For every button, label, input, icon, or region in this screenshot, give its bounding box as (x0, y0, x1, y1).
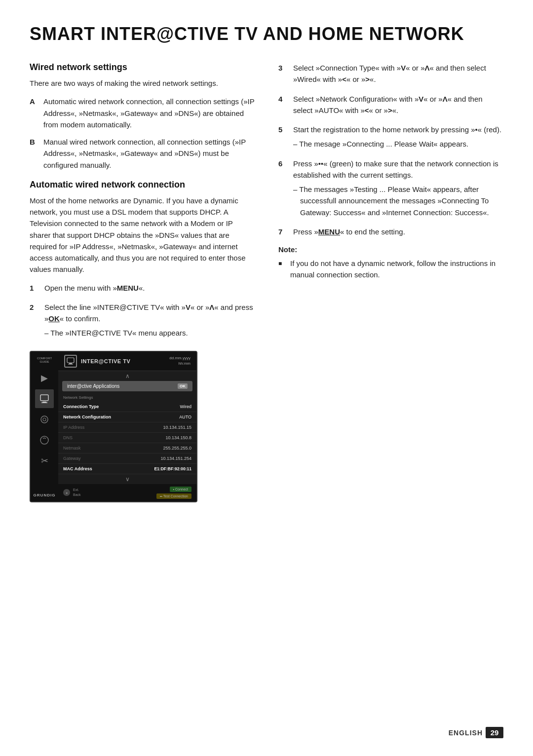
tv-ok-badge: OK (178, 383, 188, 389)
step-5-text: Start the registration to the home netwo… (293, 125, 501, 134)
tv-row-ip: IP Address 10.134.151.15 (58, 422, 196, 433)
tv-row-value-network-config: AUTO (179, 415, 191, 419)
tv-logo-text: INTER@CTIVE TV (81, 358, 130, 364)
right-column: 3 Select »Connection Type« with »V« or »… (278, 62, 503, 502)
list-item-a: A Automatic wired network connection, al… (30, 96, 255, 130)
tv-row-value-ip: 10.134.151.15 (163, 425, 191, 430)
step-2-content: Select the line »INTER@CTIVE TV« with »V… (44, 302, 255, 339)
step-6: 6 Press »••« (green) to make sure that t… (278, 158, 503, 218)
note-bullet-icon: ■ (278, 259, 285, 281)
tv-row-label-ip: IP Address (63, 425, 84, 430)
svg-point-3 (41, 416, 48, 423)
auto-wired-heading: Automatic wired network connection (30, 180, 255, 190)
tv-row-value-dns: 10.134.150.8 (165, 435, 191, 440)
tv-header-time: dd.mm.yyyy hh:mm (169, 356, 190, 366)
step-3-text: Select »Connection Type« with »V« or »Λ«… (293, 64, 486, 83)
step-4-content: Select »Network Configuration« with »V« … (293, 93, 503, 116)
step-4: 4 Select »Network Configuration« with »V… (278, 93, 503, 116)
tv-main-content: INTER@CTIVE TV dd.mm.yyyy hh:mm ∧ inter@… (58, 352, 196, 501)
tv-footer-labels: Ext. Back (73, 488, 81, 497)
tv-footer-left: ● Ext. Back (63, 488, 81, 497)
note-text-1: If you do not have a dynamic network, fo… (290, 258, 503, 281)
tv-row-gateway: Gateway 10.134.151.254 (58, 454, 196, 464)
alpha-list: A Automatic wired network connection, al… (30, 96, 255, 171)
tv-header: INTER@CTIVE TV dd.mm.yyyy hh:mm (58, 352, 196, 371)
svg-rect-6 (67, 358, 74, 363)
tv-footer-ext: Ext. (73, 488, 81, 492)
step-1-num: 1 (30, 282, 38, 294)
step-6-sub-1: – The messages »Testing ... Please Wait«… (293, 184, 503, 218)
note-section: Note: ■ If you do not have a dynamic net… (278, 245, 503, 281)
tv-row-label-network-config: Network Configuration (63, 415, 111, 419)
tv-header-logo: INTER@CTIVE TV (64, 355, 130, 368)
alpha-label-a: A (30, 96, 38, 130)
brand-label: GRUNDIG (31, 493, 58, 497)
tv-circle-icon: ● (63, 489, 70, 496)
tv-highlighted-menu-item[interactable]: inter@ctive Applications OK (62, 381, 192, 391)
alpha-label-b: B (30, 136, 38, 171)
tv-row-label-gateway: Gateway (63, 456, 81, 461)
tv-sidebar-icon-0: ▶ (35, 369, 54, 387)
wired-intro-text: There are two ways of making the wired n… (30, 77, 255, 89)
tv-footer-buttons: • Connect •• Test Connection (156, 487, 191, 499)
tv-row-label-mac: MAC Address (63, 466, 92, 471)
step-6-sub: – The messages »Testing ... Please Wait«… (293, 184, 503, 218)
page-title: SMART INTER@CTIVE TV AND HOME NETWORK (30, 24, 503, 44)
tv-menu-item-text: inter@ctive Applications (67, 383, 119, 389)
step-1-content: Open the menu with »MENU«. (44, 282, 255, 294)
tv-date: dd.mm.yyyy (169, 356, 190, 361)
tv-row-value-netmask: 255.255.255.0 (163, 446, 191, 451)
tv-row-label-connection-type: Connection Type (63, 404, 99, 409)
note-heading: Note: (278, 245, 503, 254)
tv-footer: ● Ext. Back • Connect •• Test Connection (58, 484, 196, 501)
alpha-text-a: Automatic wired network connection, all … (43, 96, 255, 130)
step-5: 5 Start the registration to the home net… (278, 124, 503, 150)
tv-ui-mockup: COMFORTGUIDE ▶ (30, 351, 197, 502)
step-7: 7 Press »MENU« to end the setting. (278, 226, 503, 237)
step-2-text: Select the line »INTER@CTIVE TV« with »V… (44, 303, 253, 323)
note-item-1: ■ If you do not have a dynamic network, … (278, 258, 503, 281)
tv-row-network-config[interactable]: Network Configuration AUTO (58, 412, 196, 422)
tv-time: hh:mm (169, 361, 190, 366)
step-5-sub-1: – The mesage »Connecting ... Please Wait… (293, 138, 503, 150)
svg-point-5 (40, 436, 48, 444)
step-2-sub: – The »INTER@CTIVE TV« menu appears. (44, 327, 255, 339)
tv-footer-back: Back (73, 492, 81, 497)
step-4-num: 4 (278, 93, 286, 116)
tv-row-connection-type[interactable]: Connection Type Wired (58, 402, 196, 412)
tv-btn-connect[interactable]: • Connect (170, 487, 191, 492)
tv-sidebar-icon-1 (35, 389, 54, 408)
tv-sidebar-icon-3 (35, 431, 54, 450)
page-footer: ENGLISH 29 (449, 727, 503, 738)
tv-chevron-up: ∧ (58, 371, 196, 381)
footer-page-number: 29 (486, 727, 503, 738)
tv-row-value-gateway: 10.134.151.254 (160, 456, 191, 461)
tv-row-mac: MAC Address E1:DF:BF:92:00:11 (58, 464, 196, 474)
tv-row-value-connection-type: Wired (180, 404, 191, 409)
step-5-sub: – The mesage »Connecting ... Please Wait… (293, 138, 503, 150)
step-7-num: 7 (278, 226, 286, 237)
tv-sidebar-icon-scissors: ✂ (35, 452, 54, 470)
steps-1-2: 1 Open the menu with »MENU«. 2 Select th… (30, 282, 255, 339)
tv-row-dns: DNS 10.134.150.8 (58, 433, 196, 443)
step-3-content: Select »Connection Type« with »V« or »Λ«… (293, 62, 503, 85)
step-1: 1 Open the menu with »MENU«. (30, 282, 255, 294)
wired-settings-heading: Wired network settings (30, 62, 255, 73)
step-4-text: Select »Network Configuration« with »V« … (293, 95, 483, 114)
svg-point-4 (43, 418, 46, 421)
tv-sidebar-icon-2 (35, 410, 54, 429)
tv-row-label-netmask: Netmask (63, 446, 81, 451)
step-6-content: Press »••« (green) to make sure that the… (293, 158, 503, 218)
page: SMART INTER@CTIVE TV AND HOME NETWORK Wi… (0, 0, 533, 532)
left-column: Wired network settings There are two way… (30, 62, 255, 502)
tv-row-value-mac: E1:DF:BF:92:00:11 (154, 466, 191, 471)
svg-rect-0 (40, 395, 48, 401)
step-3: 3 Select »Connection Type« with »V« or »… (278, 62, 503, 85)
tv-sidebar: COMFORTGUIDE ▶ (31, 352, 58, 501)
step-2-sub-1: – The »INTER@CTIVE TV« menu appears. (44, 327, 255, 339)
step-2-num: 2 (30, 302, 38, 339)
tv-btn-test[interactable]: •• Test Connection (156, 493, 191, 499)
step-1-text: Open the menu with »MENU«. (44, 284, 145, 292)
step-7-content: Press »MENU« to end the setting. (293, 226, 503, 237)
steps-3-7: 3 Select »Connection Type« with »V« or »… (278, 62, 503, 237)
